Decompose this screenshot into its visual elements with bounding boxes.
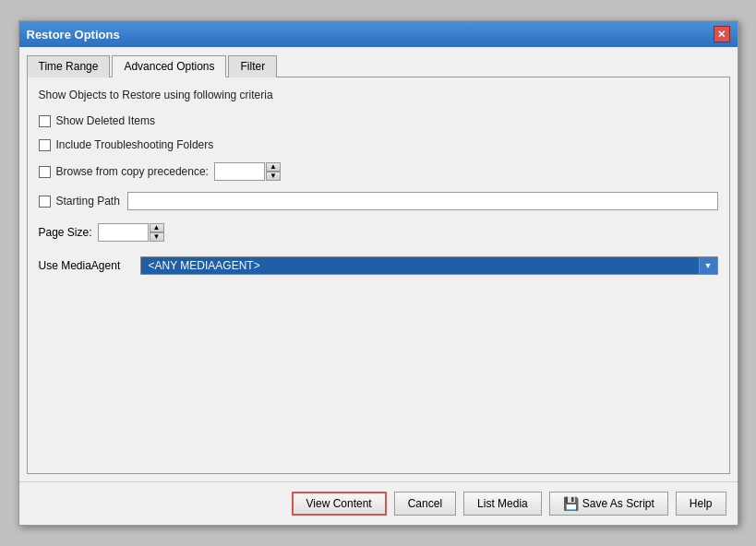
save-icon: 💾	[563, 496, 579, 511]
browse-copy-precedence-row: Browse from copy precedence: 1 ▲ ▼	[39, 162, 718, 181]
starting-path-input[interactable]	[127, 192, 718, 210]
page-size-down[interactable]: ▼	[150, 232, 164, 242]
tab-bar: Time Range Advanced Options Filter	[27, 54, 730, 77]
copy-precedence-spinbox: 1 ▲ ▼	[214, 162, 281, 181]
page-size-up[interactable]: ▲	[150, 223, 164, 232]
view-content-button[interactable]: View Content	[292, 492, 387, 516]
title-bar: Restore Options ✕	[19, 21, 738, 47]
copy-precedence-spin-buttons: ▲ ▼	[266, 162, 281, 181]
media-agent-dropdown-arrow[interactable]: ▼	[699, 257, 717, 274]
page-size-spin-buttons: ▲ ▼	[150, 223, 164, 242]
copy-precedence-down[interactable]: ▼	[266, 172, 281, 181]
cancel-button[interactable]: Cancel	[394, 492, 456, 516]
browse-copy-label: Browse from copy precedence:	[56, 165, 209, 178]
restore-options-window: Restore Options ✕ Time Range Advanced Op…	[18, 20, 738, 526]
tab-time-range[interactable]: Time Range	[27, 55, 111, 77]
include-troubleshooting-row: Include Troubleshooting Folders	[39, 138, 718, 151]
window-body: Time Range Advanced Options Filter Show …	[19, 47, 738, 481]
list-media-button[interactable]: List Media	[463, 492, 542, 516]
tab-advanced-options[interactable]: Advanced Options	[112, 55, 226, 77]
close-button[interactable]: ✕	[714, 26, 730, 42]
show-deleted-items-label: Show Deleted Items	[56, 114, 155, 127]
copy-precedence-input[interactable]: 1	[214, 162, 265, 181]
starting-path-row: Starting Path	[39, 192, 718, 210]
save-as-script-button[interactable]: 💾 Save As Script	[549, 492, 668, 516]
media-agent-select-wrapper[interactable]: <ANY MEDIAAGENT> ▼	[140, 256, 718, 275]
include-troubleshooting-label: Include Troubleshooting Folders	[56, 138, 214, 151]
starting-path-checkbox[interactable]	[39, 196, 51, 208]
show-deleted-items-checkbox[interactable]	[39, 115, 51, 127]
footer: View Content Cancel List Media 💾 Save As…	[19, 481, 738, 525]
window-title: Restore Options	[27, 28, 120, 42]
media-agent-value: <ANY MEDIAAGENT>	[141, 257, 699, 274]
page-size-label: Page Size:	[39, 226, 92, 239]
browse-copy-checkbox[interactable]	[39, 166, 51, 178]
section-title: Show Objects to Restore using following …	[39, 89, 718, 101]
page-size-row: Page Size: 100 ▲ ▼	[39, 223, 718, 242]
page-size-input[interactable]: 100	[98, 223, 149, 242]
copy-precedence-up[interactable]: ▲	[266, 162, 281, 172]
show-deleted-items-row: Show Deleted Items	[39, 114, 718, 127]
media-agent-row: Use MediaAgent <ANY MEDIAAGENT> ▼	[39, 256, 718, 275]
include-troubleshooting-checkbox[interactable]	[39, 139, 51, 151]
tab-filter[interactable]: Filter	[228, 55, 277, 77]
help-button[interactable]: Help	[676, 492, 726, 516]
starting-path-label: Starting Path	[56, 195, 120, 208]
media-agent-label: Use MediaAgent	[39, 259, 131, 272]
tab-content: Show Objects to Restore using following …	[27, 77, 730, 474]
